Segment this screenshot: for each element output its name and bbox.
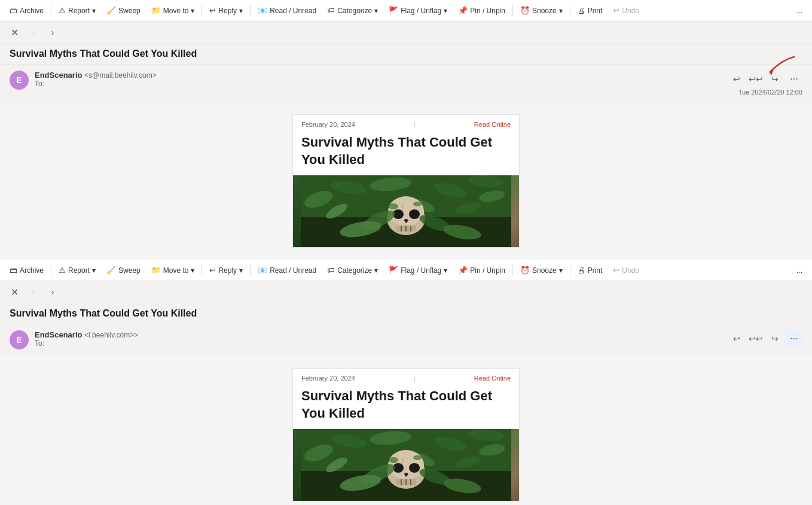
sender-info: EndScenario <s@mail.beehiiv.com> To: bbox=[35, 71, 728, 88]
print-btn[interactable]: 🖨 Print bbox=[573, 4, 608, 17]
reply-icon: ↩ bbox=[209, 6, 216, 15]
read-online-link-2[interactable]: Read Online bbox=[474, 375, 511, 382]
avatar-2: E bbox=[10, 330, 29, 349]
more-action-btn[interactable]: ⋯ bbox=[786, 71, 802, 87]
svg-point-40 bbox=[409, 463, 420, 473]
separator bbox=[51, 264, 51, 276]
categorize-btn[interactable]: 🏷 Categorize ▾ bbox=[322, 4, 383, 17]
close-button[interactable]: ✕ bbox=[7, 25, 22, 39]
snooze-btn-2[interactable]: ⏰ Snooze ▾ bbox=[515, 263, 567, 277]
sender-email-2: <l.beehiiv.com>> bbox=[84, 331, 138, 339]
reply-btn-2[interactable]: ↩ Reply ▾ bbox=[204, 263, 248, 277]
separator bbox=[512, 5, 513, 17]
move-to-btn-2[interactable]: 📁 Move to ▾ bbox=[146, 263, 200, 277]
sender-to-2: To: bbox=[35, 339, 728, 348]
snooze-icon-2: ⏰ bbox=[520, 266, 530, 275]
read-icon-2: 📧 bbox=[258, 266, 267, 275]
sender-right: ↩ ↩↩ ↪ ⋯ Tue 2024/02/20 12:00 bbox=[728, 71, 802, 96]
sender-name-2: EndScenario bbox=[35, 330, 82, 339]
separator bbox=[250, 5, 251, 17]
email-card-image bbox=[293, 175, 519, 247]
read-unread-btn[interactable]: 📧 Read / Unread bbox=[253, 4, 321, 17]
email-content-1: February 20, 2024 | Read Online Survival… bbox=[0, 102, 812, 260]
sender-right-2: ↩ ↩↩ ↪ ⋯ bbox=[728, 330, 802, 347]
next-button-2[interactable]: › bbox=[45, 285, 60, 299]
svg-point-20 bbox=[413, 202, 422, 206]
archive-icon-2: 🗃 bbox=[10, 266, 17, 275]
separator bbox=[570, 264, 570, 276]
skull-image-2 bbox=[301, 429, 511, 501]
archive-btn-2[interactable]: 🗃 Archive bbox=[5, 263, 48, 277]
archive-icon: 🗃 bbox=[10, 6, 17, 15]
toolbar-2: 🗃 Archive ⚠ Report ▾ 🧹 Sweep 📁 Move to ▾… bbox=[0, 260, 812, 281]
sender-to: To: bbox=[35, 80, 728, 88]
separator bbox=[570, 5, 570, 17]
reply-btn[interactable]: ↩ Reply ▾ bbox=[204, 4, 248, 17]
move-icon-2: 📁 bbox=[151, 266, 161, 275]
read-online-link[interactable]: Read Online bbox=[474, 121, 511, 128]
undo-icon-2: ↩ bbox=[613, 266, 619, 275]
flag-btn-2[interactable]: 🚩 Flag / Unflag ▾ bbox=[384, 263, 452, 277]
read-icon: 📧 bbox=[258, 6, 267, 15]
pin-icon-2: 📌 bbox=[458, 266, 468, 275]
more-btn[interactable]: ... bbox=[792, 4, 807, 17]
svg-point-14 bbox=[409, 209, 420, 219]
skull-image bbox=[301, 175, 511, 247]
prev-button-2[interactable]: ‹ bbox=[26, 285, 41, 299]
avatar: E bbox=[10, 71, 29, 90]
prev-button[interactable]: ‹ bbox=[26, 25, 41, 39]
move-to-btn[interactable]: 📁 Move to ▾ bbox=[146, 4, 200, 17]
archive-btn[interactable]: 🗃 Archive bbox=[5, 4, 48, 17]
sender-info-2: EndScenario <l.beehiiv.com>> To: bbox=[35, 330, 728, 348]
more-action-btn-2[interactable]: ⋯ bbox=[786, 330, 802, 347]
sweep-btn-2[interactable]: 🧹 Sweep bbox=[102, 263, 145, 277]
sender-row-2: E EndScenario <l.beehiiv.com>> To: ↩ ↩↩ … bbox=[0, 324, 812, 356]
reply-action-btn-2[interactable]: ↩ bbox=[728, 330, 745, 347]
reply-icon-2: ↩ bbox=[209, 266, 216, 275]
reply-all-action-btn-2[interactable]: ↩↩ bbox=[747, 330, 764, 347]
report-btn[interactable]: ⚠ Report ▾ bbox=[54, 4, 100, 17]
email-card-header-2: February 20, 2024 | Read Online bbox=[293, 369, 519, 388]
email-card-header: February 20, 2024 | Read Online bbox=[293, 115, 519, 134]
print-btn-2[interactable]: 🖨 Print bbox=[573, 263, 608, 277]
sweep-btn[interactable]: 🧹 Sweep bbox=[102, 4, 145, 17]
next-button[interactable]: › bbox=[45, 25, 60, 39]
email-content-2: February 20, 2024 | Read Online Survival… bbox=[0, 356, 812, 505]
reply-all-action-btn[interactable]: ↩↩ bbox=[747, 71, 764, 87]
email-date: Tue 2024/02/20 12:00 bbox=[738, 89, 802, 96]
email-card: February 20, 2024 | Read Online Survival… bbox=[292, 114, 520, 248]
sender-row: E EndScenario <s@mail.beehiiv.com> To: ↩… bbox=[0, 65, 812, 102]
report-btn-2[interactable]: ⚠ Report ▾ bbox=[54, 263, 100, 277]
email-subject-2: Survival Myths That Could Get You Killed bbox=[0, 303, 812, 324]
undo-btn[interactable]: ↩ Undo bbox=[608, 4, 644, 17]
sweep-icon-2: 🧹 bbox=[106, 266, 116, 275]
snooze-icon: ⏰ bbox=[520, 6, 530, 15]
separator bbox=[512, 264, 513, 276]
print-icon: 🖨 bbox=[578, 6, 585, 15]
more-btn-2[interactable]: ... bbox=[792, 264, 807, 277]
categorize-btn-2[interactable]: 🏷 Categorize ▾ bbox=[322, 263, 383, 277]
undo-btn-2[interactable]: ↩ Undo bbox=[608, 263, 644, 277]
forward-action-btn-2[interactable]: ↪ bbox=[767, 330, 783, 347]
pin-btn-2[interactable]: 📌 Pin / Unpin bbox=[453, 263, 510, 277]
email-card-2: February 20, 2024 | Read Online Survival… bbox=[292, 368, 520, 501]
forward-action-btn[interactable]: ↪ bbox=[767, 71, 783, 87]
email-actions: ↩ ↩↩ ↪ ⋯ bbox=[728, 71, 802, 87]
svg-point-19 bbox=[389, 203, 398, 209]
read-unread-btn-2[interactable]: 📧 Read / Unread bbox=[253, 263, 321, 277]
separator bbox=[202, 5, 202, 17]
separator bbox=[202, 264, 202, 276]
undo-icon: ↩ bbox=[613, 6, 619, 15]
close-button-2[interactable]: ✕ bbox=[7, 285, 22, 299]
report-icon-2: ⚠ bbox=[59, 266, 66, 275]
flag-icon: 🚩 bbox=[389, 6, 398, 15]
reply-action-btn[interactable]: ↩ bbox=[728, 71, 745, 87]
snooze-btn[interactable]: ⏰ Snooze ▾ bbox=[515, 4, 567, 17]
separator bbox=[250, 264, 251, 276]
pin-icon: 📌 bbox=[458, 6, 468, 15]
pin-btn[interactable]: 📌 Pin / Unpin bbox=[453, 4, 510, 17]
email-actions-2: ↩ ↩↩ ↪ ⋯ bbox=[728, 330, 802, 347]
categorize-icon: 🏷 bbox=[327, 6, 335, 15]
print-icon-2: 🖨 bbox=[578, 266, 585, 275]
flag-btn[interactable]: 🚩 Flag / Unflag ▾ bbox=[384, 4, 452, 17]
